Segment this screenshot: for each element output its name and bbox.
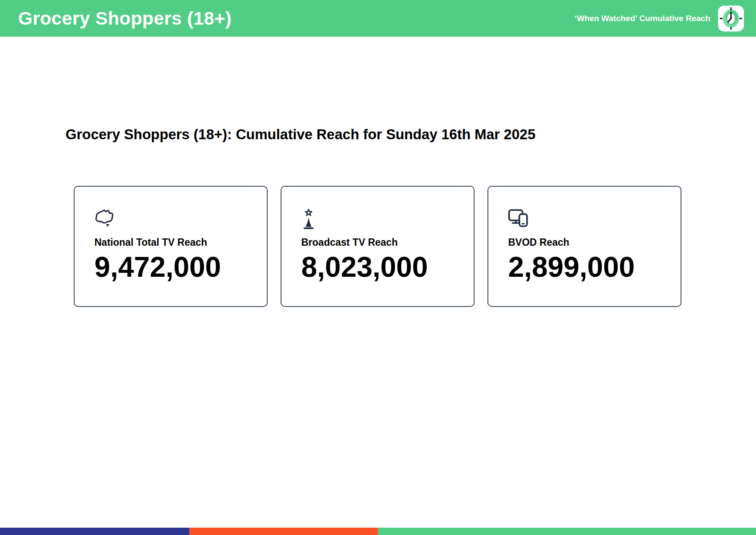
australia-map-icon <box>94 208 258 230</box>
card-label: Broadcast TV Reach <box>301 237 465 249</box>
header-right-group: ‘When Watched’ Cumulative Reach <box>575 6 744 31</box>
page-title: Grocery Shoppers (18+) <box>18 8 231 29</box>
kpi-cards: National Total TV Reach 9,472,000 Broadc… <box>74 186 681 307</box>
header-caption: ‘When Watched’ Cumulative Reach <box>575 14 710 23</box>
devices-icon <box>508 208 672 230</box>
report-heading: Grocery Shoppers (18+): Cumulative Reach… <box>66 126 535 143</box>
card-bvod-reach: BVOD Reach 2,899,000 <box>487 186 681 307</box>
clock-icon <box>718 6 744 31</box>
card-label: National Total TV Reach <box>94 237 258 249</box>
footer-color-bar <box>0 528 756 535</box>
card-value: 9,472,000 <box>94 251 258 283</box>
card-value: 2,899,000 <box>508 251 672 283</box>
card-value: 8,023,000 <box>301 251 465 283</box>
broadcast-tower-icon <box>301 208 465 230</box>
report-page: Grocery Shoppers (18+) ‘When Watched’ Cu… <box>0 0 756 535</box>
card-label: BVOD Reach <box>508 237 672 249</box>
footer-segment-blue <box>0 528 189 535</box>
footer-segment-green <box>378 528 756 535</box>
header-bar: Grocery Shoppers (18+) ‘When Watched’ Cu… <box>0 0 756 37</box>
card-broadcast-tv-reach: Broadcast TV Reach 8,023,000 <box>281 186 475 307</box>
footer-segment-orange <box>189 528 378 535</box>
card-national-total-tv-reach: National Total TV Reach 9,472,000 <box>74 186 268 307</box>
